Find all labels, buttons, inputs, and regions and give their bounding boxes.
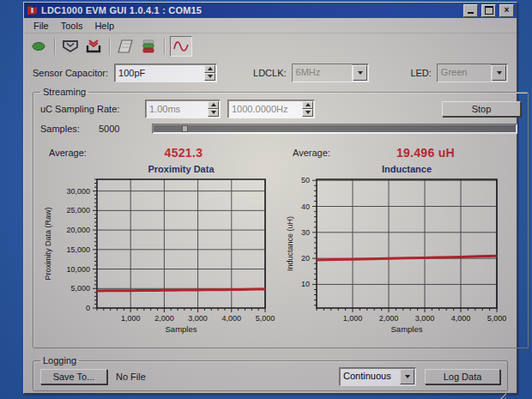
svg-text:2,000: 2,000 <box>154 314 174 323</box>
menu-file[interactable]: File <box>27 20 55 32</box>
svg-text:3,000: 3,000 <box>188 314 208 323</box>
progress-bar <box>152 124 517 134</box>
svg-text:30: 30 <box>301 228 310 237</box>
sensor-capacitor-input[interactable] <box>115 64 203 82</box>
toolbar <box>24 33 517 58</box>
chevron-down-icon <box>358 71 363 75</box>
led-status-icon <box>141 39 156 54</box>
triangle-up-icon <box>211 103 216 106</box>
averages-row: Average: 4521.3 Average: 19.496 uH <box>40 145 521 160</box>
status-strip <box>33 391 508 399</box>
close-button[interactable]: × <box>499 4 514 17</box>
svg-text:10: 10 <box>301 280 310 288</box>
register-page-icon <box>117 39 134 54</box>
streaming-group: Streaming uC Sampling Rate: <box>33 87 529 348</box>
sampling-rate-row: uC Sampling Rate: Stop <box>40 100 521 118</box>
window-title: LDC1000 EVM GUI 1.0.4.1 : COM15 <box>41 5 460 15</box>
minimize-icon <box>468 12 474 14</box>
svg-text:50: 50 <box>301 176 310 184</box>
spin-up-button[interactable] <box>208 101 219 109</box>
svg-text:4,000: 4,000 <box>222 314 242 323</box>
logging-group: Logging Save To... No File Continuous Lo… <box>33 355 508 391</box>
maximize-icon <box>485 6 493 15</box>
proximity-chart: 1,0002,0003,0004,0005,00005,00010,00015,… <box>40 162 277 344</box>
ldclk-select[interactable]: 6MHz <box>292 63 370 82</box>
svg-text:20: 20 <box>301 254 310 263</box>
sampling-rate-hz-stepper[interactable] <box>227 100 315 118</box>
svg-text:5,000: 5,000 <box>487 314 507 323</box>
maximize-button[interactable] <box>481 4 496 17</box>
svg-text:1,000: 1,000 <box>121 314 141 323</box>
led-select[interactable]: Green <box>437 63 508 82</box>
dropdown-button[interactable] <box>492 65 506 81</box>
svg-text:0: 0 <box>86 304 90 312</box>
log-mode-select[interactable]: Continuous <box>339 367 416 386</box>
svg-text:1,000: 1,000 <box>343 314 363 323</box>
triangle-up-icon <box>305 103 311 106</box>
charts-row: 1,0002,0003,0004,0005,00005,00010,00015,… <box>40 162 521 344</box>
sampling-rate-ms-stepper[interactable] <box>145 100 221 118</box>
resize-grip-icon[interactable] <box>496 390 506 399</box>
menu-tools[interactable]: Tools <box>55 20 89 32</box>
register-page-button[interactable] <box>115 37 136 56</box>
chevron-down-icon <box>405 375 410 378</box>
app-window: LDC1000 EVM GUI 1.0.4.1 : COM15 × File T… <box>23 2 517 394</box>
triangle-down-icon <box>211 111 216 114</box>
connect-button[interactable] <box>28 37 49 56</box>
spin-down-button[interactable] <box>302 109 313 117</box>
sensor-capacitor-label: Sensor Capacitor: <box>33 68 108 78</box>
led-status-button[interactable] <box>138 37 159 56</box>
svg-text:20,000: 20,000 <box>66 226 90 234</box>
logging-group-label: Logging <box>40 355 79 366</box>
streaming-group-label: Streaming <box>40 87 88 97</box>
spin-up-button[interactable] <box>302 101 313 109</box>
write-data-button[interactable] <box>83 37 104 56</box>
inductance-average-value: 19.496 uH <box>396 146 455 160</box>
svg-text:5,000: 5,000 <box>256 314 275 323</box>
streaming-mode-button[interactable] <box>170 36 192 57</box>
minimize-button[interactable] <box>463 4 478 17</box>
samples-row: Samples: 5000 <box>40 123 521 134</box>
inductance-average-block: Average: 19.496 uH <box>281 146 521 160</box>
svg-text:Proximity Data (Raw): Proximity Data (Raw) <box>44 207 52 280</box>
progress-fill <box>154 125 516 132</box>
led-label: LED: <box>410 68 431 78</box>
svg-text:2,000: 2,000 <box>379 314 399 323</box>
chevron-down-icon <box>497 71 502 75</box>
title-bar[interactable]: LDC1000 EVM GUI 1.0.4.1 : COM15 × <box>24 3 517 18</box>
spin-down-button[interactable] <box>204 73 215 81</box>
sampling-rate-hz-input[interactable] <box>228 100 301 118</box>
svg-text:Proximity Data: Proximity Data <box>148 164 215 174</box>
svg-text:Inductance: Inductance <box>382 164 432 174</box>
connect-icon <box>31 41 46 51</box>
svg-text:25,000: 25,000 <box>66 206 90 215</box>
log-file-label: No File <box>116 372 146 382</box>
svg-text:30,000: 30,000 <box>66 187 90 196</box>
dropdown-button[interactable] <box>400 369 414 384</box>
menu-bar: File Tools Help <box>24 18 517 33</box>
dropdown-button[interactable] <box>353 65 367 81</box>
toolbar-separator <box>164 38 165 55</box>
save-to-button[interactable]: Save To... <box>40 369 107 384</box>
ti-logo-icon <box>27 5 38 16</box>
svg-text:10,000: 10,000 <box>66 265 90 274</box>
stop-button[interactable]: Stop <box>442 101 521 117</box>
svg-text:40: 40 <box>301 203 310 211</box>
toolbar-separator <box>54 38 55 55</box>
svg-text:Samples: Samples <box>391 324 423 334</box>
log-mode-value: Continuous <box>340 368 399 385</box>
triangle-down-icon <box>208 75 213 78</box>
svg-text:5,000: 5,000 <box>70 284 90 293</box>
ldclk-label: LDCLK: <box>253 68 287 78</box>
read-data-button[interactable] <box>60 37 81 56</box>
svg-text:3,000: 3,000 <box>415 314 435 323</box>
spin-down-button[interactable] <box>208 109 219 117</box>
progress-marker <box>182 125 188 132</box>
sensor-capacitor-stepper[interactable] <box>114 63 217 82</box>
spin-up-button[interactable] <box>204 65 215 73</box>
log-data-button[interactable]: Log Data <box>425 369 500 384</box>
proximity-average-label: Average: <box>49 148 87 158</box>
samples-value: 5000 <box>99 124 152 134</box>
menu-help[interactable]: Help <box>88 20 120 32</box>
sampling-rate-ms-input[interactable] <box>146 100 207 118</box>
